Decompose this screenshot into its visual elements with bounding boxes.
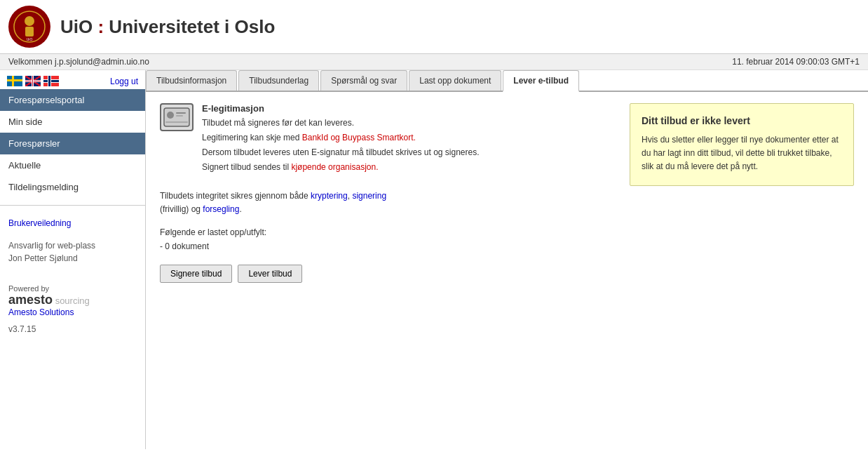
uio-logo: UiO xyxy=(8,6,50,48)
sidebar-item-min-side[interactable]: Min side xyxy=(0,111,145,133)
content-area: Tilbudsinformasjon Tilbudsunderlag Spørs… xyxy=(146,70,868,449)
sidebar-item-tildelingsmelding[interactable]: Tildelingsmelding xyxy=(0,176,145,198)
ansvarlig-name: Jon Petter Sjølund xyxy=(8,252,137,265)
welcome-text: Velkommen j.p.sjolund@admin.uio.no xyxy=(8,57,149,67)
sidebar-item-aktuelle[interactable]: Aktuelle xyxy=(0,154,145,176)
colon-separator: : xyxy=(97,16,104,37)
elig-line2-link[interactable]: BankId og Buypass Smartkort. xyxy=(302,133,416,142)
sidebar-navigation: Forespørselsportal Min side Forespørsler… xyxy=(0,89,145,198)
elig-line4: Signert tilbud sendes til kjøpende organ… xyxy=(202,161,480,173)
svg-point-2 xyxy=(25,16,34,26)
content-inner: E-legitimasjon Tilbudet må signeres før … xyxy=(160,103,854,283)
elig-line2-pre: Legitimering kan skje med xyxy=(202,133,302,142)
content-left: E-legitimasjon Tilbudet må signeres før … xyxy=(160,103,616,283)
warning-text: Hvis du sletter eller legger til nye dok… xyxy=(642,133,842,174)
powered-by-label: Powered by xyxy=(8,284,137,293)
elig-line2: Legitimering kan skje med BankId og Buyp… xyxy=(202,131,480,144)
powered-by-block: Powered by amesto sourcing Amesto Soluti… xyxy=(0,270,145,323)
integrity-paragraph: Tilbudets integritet sikres gjennom både… xyxy=(160,190,616,216)
uploaded-block: Følgende er lastet opp/utfylt: - 0 dokum… xyxy=(160,226,616,253)
warning-title: Ditt tilbud er ikke levert xyxy=(642,115,842,126)
content-right: Ditt tilbud er ikke levert Hvis du slett… xyxy=(630,103,854,283)
elig-line4-pre: Signert tilbud sendes til xyxy=(202,162,291,172)
elig-line1: Tilbudet må signeres før det kan leveres… xyxy=(202,117,480,129)
svg-point-6 xyxy=(167,112,174,119)
brukerveiledning-link[interactable]: Brukerveiledning xyxy=(0,213,145,234)
svg-rect-9 xyxy=(165,121,188,123)
ansvarlig-label: Ansvarlig for web-plass xyxy=(8,239,137,252)
sidebar-separator xyxy=(0,205,145,206)
svg-rect-3 xyxy=(25,27,34,36)
logout-link[interactable]: Logg ut xyxy=(110,77,138,86)
elig-line3: Dersom tilbudet leveres uten E-signatur … xyxy=(202,146,480,159)
datetime-text: 11. februar 2014 09:00:03 GMT+1 xyxy=(732,57,860,67)
integrity-text: Tilbudets integritet sikres gjennom både… xyxy=(160,190,616,216)
welcome-bar: Velkommen j.p.sjolund@admin.uio.no 11. f… xyxy=(0,54,868,70)
elig-line4-link[interactable]: kjøpende organisasjon. xyxy=(291,162,378,172)
action-buttons: Signere tilbud Lever tilbud xyxy=(160,265,616,283)
signering-link[interactable]: signering xyxy=(352,191,386,201)
flag-no[interactable] xyxy=(43,76,59,86)
language-flags xyxy=(7,76,59,86)
main-layout: Logg ut Forespørselsportal Min side Fore… xyxy=(0,70,868,449)
tab-lever-etilbud[interactable]: Lever e-tilbud xyxy=(503,70,579,92)
sidebar: Logg ut Forespørselsportal Min side Fore… xyxy=(0,70,146,449)
sidebar-item-foresporser[interactable]: Forespørsler xyxy=(0,133,145,154)
svg-rect-8 xyxy=(176,115,183,117)
tab-sporsmal-svar[interactable]: Spørsmål og svar xyxy=(320,70,407,91)
main-content: E-legitimasjon Tilbudet må signeres før … xyxy=(146,92,868,449)
amesto-solutions-link[interactable]: Amesto Solutions xyxy=(8,307,137,317)
tab-last-opp[interactable]: Last opp dokument xyxy=(409,70,501,91)
tabs-bar: Tilbudsinformasjon Tilbudsunderlag Spørs… xyxy=(146,70,868,92)
uploaded-count: - 0 dokument xyxy=(160,240,616,253)
sign-button[interactable]: Signere tilbud xyxy=(160,265,232,283)
tab-tilbudsunderlag[interactable]: Tilbudsunderlag xyxy=(238,70,319,91)
svg-rect-7 xyxy=(176,112,186,114)
elig-title: E-legitimasjon xyxy=(202,103,480,114)
eligimasjon-text: E-legitimasjon Tilbudet må signeres før … xyxy=(202,103,480,175)
svg-text:UiO: UiO xyxy=(27,37,33,41)
deliver-button[interactable]: Lever tilbud xyxy=(238,265,302,283)
kryptering-link[interactable]: kryptering xyxy=(311,191,348,201)
ansvarlig-block: Ansvarlig for web-plass Jon Petter Sjølu… xyxy=(0,234,145,270)
uploaded-label: Følgende er lastet opp/utfylt: xyxy=(160,226,616,239)
eligimasjon-block: E-legitimasjon Tilbudet må signeres før … xyxy=(160,103,616,175)
page-header: UiO UiO : Universitetet i Oslo xyxy=(0,0,868,54)
flag-se[interactable] xyxy=(7,76,22,86)
forsegling-link[interactable]: forsegling xyxy=(203,204,239,214)
amesto-logo: amesto sourcing xyxy=(8,293,137,307)
id-card-icon xyxy=(160,103,194,131)
flag-gb[interactable] xyxy=(25,76,41,86)
tab-tilbudsinformasjon[interactable]: Tilbudsinformasjon xyxy=(146,70,237,91)
version-text: v3.7.15 xyxy=(0,323,145,335)
site-title: UiO : Universitetet i Oslo xyxy=(60,16,275,38)
sidebar-item-foresporselsportal[interactable]: Forespørselsportal xyxy=(0,89,145,111)
warning-box: Ditt tilbud er ikke levert Hvis du slett… xyxy=(630,103,854,186)
